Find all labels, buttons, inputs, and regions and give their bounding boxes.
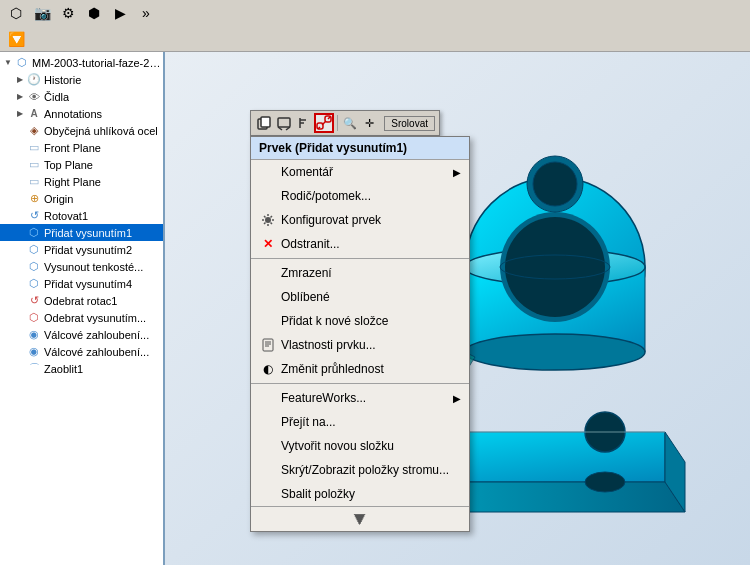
menu-item-rodic[interactable]: Rodič/potomek... (251, 184, 469, 208)
tree-item-annotations[interactable]: ▶ A Annotations (0, 105, 163, 122)
label-annotations: Annotations (44, 108, 102, 120)
toolbar-btn-3d[interactable]: ⬢ (82, 1, 106, 25)
tree-item-origin[interactable]: ▶ ⊕ Origin (0, 190, 163, 207)
tree-item-historie[interactable]: ▶ 🕐 Historie (0, 71, 163, 88)
menu-item-zmrazeni[interactable]: Zmrazení (251, 261, 469, 285)
vlastnosti-label: Vlastnosti prvku... (281, 338, 376, 352)
toolbar-btn-filter[interactable]: 🔽 (4, 27, 28, 51)
icon-valce2: ◉ (26, 344, 42, 360)
menu-item-komentar[interactable]: Komentář ▶ (251, 160, 469, 184)
menu-item-vlastnosti[interactable]: Vlastnosti prvku... (251, 333, 469, 357)
icon-root: ⬡ (14, 55, 30, 71)
tree-item-vysunout[interactable]: ▶ ⬡ Vysunout tenkosté... (0, 258, 163, 275)
3d-view[interactable]: 🔍 ✛ Srolovat Prvek (Přidat vysunutím1) K… (165, 52, 750, 565)
menu-item-featureworks[interactable]: FeatureWorks... ▶ (251, 386, 469, 410)
mini-btn-zoom[interactable]: 🔍 (341, 113, 360, 133)
label-root: MM-2003-tutorial-faze-2 (Defa (32, 57, 161, 69)
oblibene-icon (259, 288, 277, 306)
tree-item-valce1[interactable]: ▶ ◉ Válcové zahloubení... (0, 326, 163, 343)
featureworks-icon (259, 389, 277, 407)
icon-origin: ⊕ (26, 191, 42, 207)
mini-btn-move[interactable]: ✛ (361, 113, 380, 133)
vytvorit-slozku-icon (259, 437, 277, 455)
mini-btn-pin[interactable] (294, 113, 313, 133)
mini-btn-copy[interactable] (255, 113, 274, 133)
toolbar-btn-camera[interactable]: 📷 (30, 1, 54, 25)
collapse-icon: ⯆ (353, 511, 367, 527)
label-zaoblit1: Zaoblit1 (44, 363, 83, 375)
label-odebrat-rotac1: Odebrat rotac1 (44, 295, 117, 307)
prejit-label: Přejít na... (281, 415, 336, 429)
tree-item-odebrat-rotac1[interactable]: ▶ ↺ Odebrat rotac1 (0, 292, 163, 309)
konfigurovat-label: Konfigurovat prvek (281, 213, 381, 227)
icon-front-plane: ▭ (26, 140, 42, 156)
tree-item-right-plane[interactable]: ▶ ▭ Right Plane (0, 173, 163, 190)
label-front-plane: Front Plane (44, 142, 101, 154)
tree-item-cidla[interactable]: ▶ 👁 Čidla (0, 88, 163, 105)
sbalit-label: Sbalit položky (281, 487, 355, 501)
mini-btn-link[interactable] (314, 113, 334, 133)
tree-item-rotovat1[interactable]: ▶ ↺ Rotovat1 (0, 207, 163, 224)
tree-item-odebrat-vysunutim[interactable]: ▶ ⬡ Odebrat vysunutím... (0, 309, 163, 326)
tree-item-pridat1[interactable]: ▶ ⬡ Přidat vysunutím1 (0, 224, 163, 241)
odstranit-icon: ✕ (259, 235, 277, 253)
context-menu: Prvek (Přidat vysunutím1) Komentář ▶ Rod… (250, 136, 470, 532)
expand-historie[interactable]: ▶ (14, 74, 26, 86)
menu-item-pridat-slozce[interactable]: Přidat k nové složce (251, 309, 469, 333)
icon-top-plane: ▭ (26, 157, 42, 173)
toolbar-btn-play[interactable]: ▶ (108, 1, 132, 25)
label-origin: Origin (44, 193, 73, 205)
mini-toolbar-separator (337, 115, 338, 131)
label-pridat2: Přidat vysunutím2 (44, 244, 132, 256)
label-right-plane: Right Plane (44, 176, 101, 188)
menu-item-sbalit[interactable]: Sbalit položky (251, 482, 469, 506)
menu-item-prejit[interactable]: Přejít na... (251, 410, 469, 434)
expand-cidla[interactable]: ▶ (14, 91, 26, 103)
tree-item-pridat2[interactable]: ▶ ⬡ Přidat vysunutím2 (0, 241, 163, 258)
icon-material: ◈ (26, 123, 42, 139)
icon-valce1: ◉ (26, 327, 42, 343)
menu-item-odstranit[interactable]: ✕ Odstranit... (251, 232, 469, 256)
tree-item-pridat4[interactable]: ▶ ⬡ Přidat vysunutím4 (0, 275, 163, 292)
icon-zaoblit1: ⌒ (26, 361, 42, 377)
label-valce2: Válcové zahloubení... (44, 346, 149, 358)
menu-item-skryt[interactable]: Skrýt/Zobrazit položky stromu... (251, 458, 469, 482)
pruhlednost-label: Změnit průhlednost (281, 362, 384, 376)
label-material: Obyčejná uhlíková ocel (44, 125, 158, 137)
mini-btn-edit[interactable] (275, 113, 294, 133)
rodic-label: Rodič/potomek... (281, 189, 371, 203)
icon-pridat1: ⬡ (26, 225, 42, 241)
content-area: ▼ ⬡ MM-2003-tutorial-faze-2 (Defa ▶ 🕐 Hi… (0, 52, 750, 565)
icon-cidla: 👁 (26, 89, 42, 105)
expand-annotations[interactable]: ▶ (14, 108, 26, 120)
context-menu-title: Prvek (Přidat vysunutím1) (251, 137, 469, 160)
toolbar-btn-settings[interactable]: ⚙ (56, 1, 80, 25)
srolovat-button[interactable]: Srolovat (384, 116, 435, 131)
tree-item-root[interactable]: ▼ ⬡ MM-2003-tutorial-faze-2 (Defa (0, 54, 163, 71)
svg-point-12 (505, 217, 605, 317)
skryt-icon (259, 461, 277, 479)
tree-item-zaoblit1[interactable]: ▶ ⌒ Zaoblit1 (0, 360, 163, 377)
pridat-slozce-label: Přidat k nové složce (281, 314, 388, 328)
label-vysunout: Vysunout tenkosté... (44, 261, 143, 273)
expand-root[interactable]: ▼ (2, 57, 14, 69)
toolbar-btn-more[interactable]: » (134, 1, 158, 25)
konfigurovat-icon (259, 211, 277, 229)
menu-collapse-btn[interactable]: ⯆ (251, 506, 469, 531)
tree-item-top-plane[interactable]: ▶ ▭ Top Plane (0, 156, 163, 173)
label-historie: Historie (44, 74, 81, 86)
pruhlednost-icon: ◐ (259, 360, 277, 378)
label-valce1: Válcové zahloubení... (44, 329, 149, 341)
menu-item-konfigurovat[interactable]: Konfigurovat prvek (251, 208, 469, 232)
tree-item-valce2[interactable]: ▶ ◉ Válcové zahloubení... (0, 343, 163, 360)
menu-item-pruhlednost[interactable]: ◐ Změnit průhlednost (251, 357, 469, 381)
icon-vysunout: ⬡ (26, 259, 42, 275)
menu-item-vytvorit-slozku[interactable]: Vytvořit novou složku (251, 434, 469, 458)
menu-item-oblibene[interactable]: Oblíbené (251, 285, 469, 309)
icon-odebrat-vysunutim: ⬡ (26, 310, 42, 326)
separator-2 (251, 383, 469, 384)
toolbar-btn-hexagon[interactable]: ⬡ (4, 1, 28, 25)
zmrazeni-icon (259, 264, 277, 282)
tree-item-front-plane[interactable]: ▶ ▭ Front Plane (0, 139, 163, 156)
tree-item-material[interactable]: ▶ ◈ Obyčejná uhlíková ocel (0, 122, 163, 139)
